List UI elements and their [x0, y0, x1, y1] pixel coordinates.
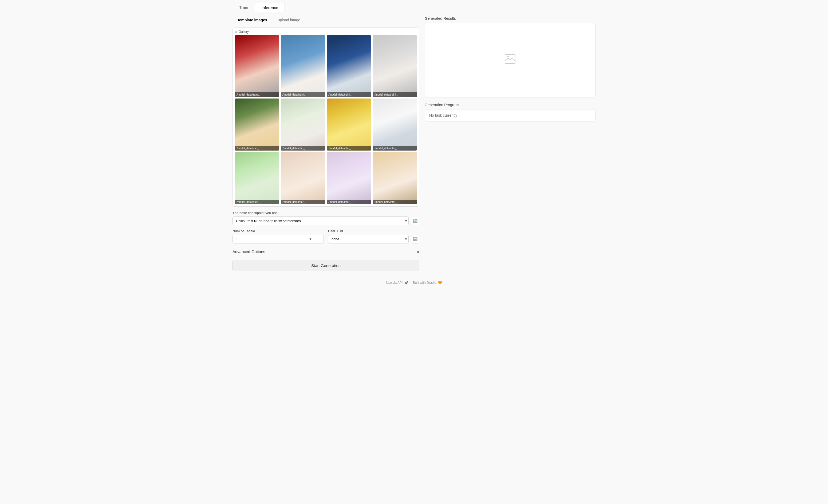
- generated-results-label: Generated Results: [425, 16, 595, 20]
- gallery-label: ⊞ Gallery: [235, 30, 417, 34]
- progress-text: No task currently: [429, 113, 457, 118]
- svg-rect-0: [505, 54, 515, 64]
- gallery-item-label: ./model_data/traini...: [327, 92, 371, 97]
- num-faceid-wrapper: 1 2 3 4 ▼: [233, 235, 324, 244]
- right-panel: Generated Results Generation Progress No…: [425, 16, 595, 121]
- tab-train[interactable]: Train: [233, 3, 255, 12]
- portrait-image-3: [327, 35, 371, 97]
- portrait-image-10: [281, 152, 325, 204]
- sub-tab-upload-image[interactable]: upload image: [273, 16, 306, 24]
- gallery-item[interactable]: ./model_data/traini...: [281, 35, 325, 97]
- gallery-item-label: ./model_data/traini...: [281, 92, 325, 97]
- form-row-faceid: Num of Faceid 1 2 3 4 ▼ User_0 id: [233, 229, 419, 244]
- gallery-item-label: ./model_data/infer_...: [235, 146, 279, 151]
- collapse-icon: ◄: [416, 250, 419, 254]
- portrait-image-2: [281, 35, 325, 97]
- sub-tabs: template images upload image: [233, 16, 419, 24]
- gallery-item[interactable]: ./model_data/infer_...: [235, 152, 279, 204]
- checkpoint-section: The base checkpoint you use. Chilloutmix…: [233, 211, 419, 225]
- portrait-image-4: [373, 35, 417, 97]
- gallery-container: ⊞ Gallery ./model_data/traini... ./model…: [233, 28, 419, 207]
- sub-tab-template-images[interactable]: template images: [233, 16, 273, 24]
- progress-box: No task currently: [425, 109, 595, 121]
- refresh-icon-2: 🔄: [413, 237, 417, 241]
- gallery-item-label: ./model_data/infer_...: [327, 200, 371, 204]
- footer: Use via API 🚀 · Built with Gradio 🧡: [233, 277, 595, 289]
- gallery-item-label: ./model_data/infer_...: [281, 200, 325, 204]
- portrait-image-9: [235, 152, 279, 204]
- user-id-wrapper: none ▼ 🔄: [328, 235, 419, 244]
- app-container: Train Inference template images upload i…: [227, 0, 601, 294]
- user-id-refresh-button[interactable]: 🔄: [411, 235, 419, 244]
- gallery-item-label: ./model_data/infer_...: [373, 146, 417, 151]
- gallery-item[interactable]: ./model_data/infer_...: [281, 152, 325, 204]
- gallery-item[interactable]: ./model_data/infer_...: [373, 98, 417, 151]
- gallery-item[interactable]: ./model_data/infer_...: [373, 152, 417, 204]
- gallery-item-label: ./model_data/infer_...: [281, 146, 325, 151]
- use-via-api-link[interactable]: Use via API: [386, 281, 403, 285]
- gallery-item[interactable]: ./model_data/infer_...: [327, 98, 371, 151]
- checkpoint-select[interactable]: Chilloutmix-Ni-pruned-fp16-fix.safetenso…: [233, 216, 409, 225]
- checkpoint-wrapper: Chilloutmix-Ni-pruned-fp16-fix.safetenso…: [233, 216, 419, 225]
- checkpoint-label: The base checkpoint you use.: [233, 211, 419, 215]
- gallery-item-label: ./model_data/traini...: [373, 92, 417, 97]
- portrait-image-6: [281, 98, 325, 151]
- gallery-icon: ⊞: [235, 30, 238, 34]
- portrait-image-7: [327, 98, 371, 151]
- gallery-item-label: ./model_data/traini...: [235, 92, 279, 97]
- portrait-image-11: [327, 152, 371, 204]
- main-layout: template images upload image ⊞ Gallery .…: [233, 16, 595, 271]
- num-faceid-select[interactable]: 1 2 3 4: [233, 235, 324, 244]
- built-with-label: Built with Gradio: [413, 281, 436, 285]
- refresh-icon: 🔄: [413, 219, 417, 223]
- num-faceid-label: Num of Faceid: [233, 229, 324, 233]
- top-tabs: Train Inference: [233, 3, 595, 12]
- checkpoint-refresh-button[interactable]: 🔄: [411, 217, 419, 225]
- gallery-item[interactable]: ./model_data/infer_...: [281, 98, 325, 151]
- generated-results-box: [425, 23, 595, 97]
- user-id-col: User_0 id none ▼ 🔄: [328, 229, 419, 244]
- gallery-item-label: ./model_data/infer_...: [327, 146, 371, 151]
- user-id-label: User_0 id: [328, 229, 419, 233]
- portrait-image-12: [373, 152, 417, 204]
- user-id-select[interactable]: none: [328, 235, 409, 244]
- portrait-image-1: [235, 35, 279, 97]
- gallery-item[interactable]: ./model_data/traini...: [373, 35, 417, 97]
- gallery-item[interactable]: ./model_data/infer_...: [235, 98, 279, 151]
- portrait-image-5: [235, 98, 279, 151]
- advanced-options-label: Advanced Options: [233, 249, 265, 254]
- portrait-image-8: [373, 98, 417, 151]
- num-faceid-col: Num of Faceid 1 2 3 4 ▼: [233, 229, 324, 244]
- advanced-options-toggle[interactable]: Advanced Options ◄: [233, 247, 419, 256]
- gradio-icon: 🧡: [438, 281, 442, 285]
- gallery-item-label: ./model_data/infer_...: [373, 200, 417, 204]
- tab-inference[interactable]: Inference: [255, 3, 285, 12]
- gallery-item[interactable]: ./model_data/traini...: [235, 35, 279, 97]
- gallery-item-label: ./model_data/infer_...: [235, 200, 279, 204]
- gallery-item[interactable]: ./model_data/infer_...: [327, 152, 371, 204]
- left-panel: template images upload image ⊞ Gallery .…: [233, 16, 419, 271]
- gallery-item[interactable]: ./model_data/traini...: [327, 35, 371, 97]
- start-generation-button[interactable]: Start Generation: [233, 260, 419, 271]
- rocket-icon: 🚀: [404, 281, 408, 285]
- progress-label: Generation Progress: [425, 103, 595, 107]
- image-placeholder-icon: [505, 54, 515, 66]
- gallery-grid: ./model_data/traini... ./model_data/trai…: [235, 35, 417, 204]
- footer-separator: ·: [410, 281, 411, 285]
